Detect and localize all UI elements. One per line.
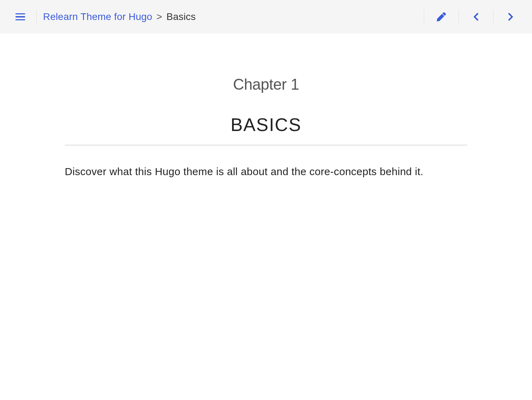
divider [493, 10, 493, 23]
edit-icon[interactable] [430, 9, 452, 25]
chevron-right-icon[interactable] [500, 9, 522, 25]
chapter-description: Discover what this Hugo theme is all abo… [65, 163, 467, 180]
chapter-title-wrap: BASICS [65, 114, 467, 146]
breadcrumb: Relearn Theme for Hugo > Basics [43, 11, 196, 22]
chevron-left-icon[interactable] [465, 9, 487, 25]
divider [36, 10, 37, 23]
content: Chapter 1 BASICS Discover what this Hugo… [0, 34, 532, 180]
chapter-label: Chapter 1 [233, 76, 299, 93]
divider [424, 10, 424, 23]
topbar: Relearn Theme for Hugo > Basics [0, 0, 532, 34]
breadcrumb-root-link[interactable]: Relearn Theme for Hugo [43, 11, 152, 22]
menu-icon[interactable] [10, 10, 30, 24]
breadcrumb-separator: > [156, 11, 162, 22]
divider [458, 10, 459, 23]
breadcrumb-current: Basics [167, 11, 196, 22]
topbar-left: Relearn Theme for Hugo > Basics [10, 10, 196, 24]
topbar-right [418, 9, 522, 25]
page-title: BASICS [65, 114, 467, 135]
